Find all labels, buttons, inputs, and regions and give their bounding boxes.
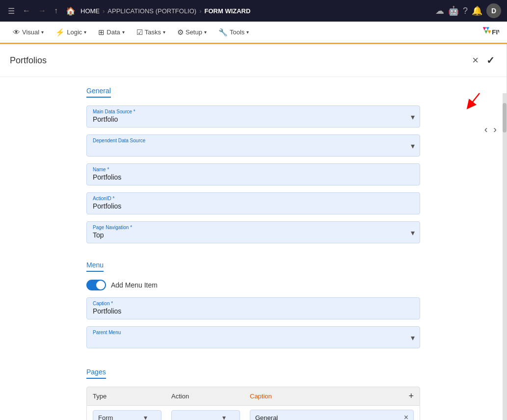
tools-menu[interactable]: 🔧 Tools ▾ [213, 25, 254, 40]
user-avatar[interactable]: D [486, 3, 501, 18]
hamburger-icon[interactable]: ☰ [6, 4, 17, 18]
tools-label: Tools [230, 28, 244, 36]
page-navigation-group: Page Navigation * Top ▾ [86, 221, 420, 243]
data-icon: ⊞ [98, 28, 105, 37]
toggle-slider [86, 280, 106, 290]
svg-marker-3 [488, 30, 491, 34]
main-data-source-arrow: ▾ [411, 112, 415, 121]
caption-input[interactable] [93, 307, 414, 315]
tasks-chevron: ▾ [163, 29, 165, 35]
panel-actions: × ✓ [470, 52, 497, 69]
topnav-right: ☁ 🤖 ? 🔔 D [435, 3, 501, 18]
cell-type: Form ▾ [93, 410, 171, 420]
nav-arrows: ‹ › [482, 122, 499, 137]
visual-label: Visual [22, 28, 39, 36]
breadcrumb: 🏠 HOME › APPLICATIONS (PORTFOLIO) › FORM… [64, 4, 431, 18]
tasks-menu[interactable]: ☑ Tasks ▾ [132, 25, 170, 40]
scrollbar-track [503, 93, 507, 420]
name-label: Name * [93, 167, 414, 172]
dependent-data-source-group: Dependent Data Source ▾ [86, 134, 420, 157]
name-field[interactable]: Name * [86, 163, 420, 185]
action-id-group: ActionID * [86, 192, 420, 214]
menu-section: Menu Add Menu Item Caption * [86, 251, 420, 348]
add-row-button[interactable]: + [408, 391, 414, 401]
page-navigation-field[interactable]: Page Navigation * Top ▾ [86, 221, 420, 243]
cloud-icon[interactable]: ☁ [435, 5, 444, 16]
add-menu-item-toggle[interactable] [86, 280, 106, 290]
prev-button[interactable]: ‹ [482, 122, 490, 137]
page-navigation-arrow: ▾ [411, 228, 415, 237]
pages-table-cols: Type Action Caption [93, 393, 408, 400]
next-button[interactable]: › [491, 122, 499, 137]
home-icon[interactable]: 🏠 [64, 4, 78, 18]
dependent-data-source-field[interactable]: Dependent Data Source ▾ [86, 134, 420, 157]
type-select[interactable]: Form ▾ [93, 410, 161, 420]
svg-marker-0 [483, 27, 486, 30]
scroll-content[interactable]: General Main Data Source * Portfolio ▾ D… [0, 77, 507, 420]
help-icon[interactable]: ? [463, 6, 468, 16]
visual-chevron: ▾ [41, 29, 44, 35]
action-id-input[interactable] [93, 202, 414, 210]
form-panel: Portfolios × ✓ ‹ › [0, 44, 507, 420]
tasks-icon: ☑ [136, 28, 143, 37]
setup-label: Setup [186, 28, 202, 36]
type-select-value: Form [98, 414, 113, 420]
add-menu-item-label: Add Menu Item [111, 281, 158, 289]
caption-field[interactable]: Caption * [86, 297, 420, 319]
parent-menu-field[interactable]: Parent Menu ▾ [86, 326, 420, 348]
pages-table-header: Type Action Caption + [86, 387, 420, 406]
caption-row-input[interactable] [255, 414, 404, 420]
svg-marker-2 [484, 30, 488, 34]
breadcrumb-home[interactable]: HOME [80, 7, 100, 15]
caption-label: Caption * [93, 301, 414, 306]
caption-input-wrap: × [250, 410, 414, 420]
action-id-field[interactable]: ActionID * [86, 192, 420, 214]
setup-icon: ⚙ [177, 28, 184, 37]
tools-icon: 🔧 [218, 28, 228, 37]
tasks-label: Tasks [145, 28, 161, 36]
back-icon[interactable]: ← [21, 4, 32, 17]
main-data-source-label: Main Data Source * [93, 109, 404, 114]
close-button[interactable]: × [470, 52, 480, 69]
name-input[interactable] [93, 173, 414, 181]
breadcrumb-app[interactable]: APPLICATIONS (PORTFOLIO) [107, 7, 196, 15]
forward-icon[interactable]: → [36, 4, 48, 17]
logic-icon: ⚡ [55, 28, 65, 37]
logic-menu[interactable]: ⚡ Logic ▾ [51, 25, 91, 40]
scrollbar-thumb[interactable] [503, 103, 507, 132]
data-chevron: ▾ [122, 29, 125, 35]
action-id-label: ActionID * [93, 196, 414, 201]
svg-text:FIVE: FIVE [492, 28, 499, 36]
data-label: Data [107, 28, 120, 36]
setup-menu[interactable]: ⚙ Setup ▾ [172, 25, 212, 40]
page-navigation-label: Page Navigation * [93, 225, 404, 230]
action-select-value [177, 414, 179, 420]
svg-marker-1 [486, 27, 489, 30]
action-select-arrow: ▾ [222, 414, 226, 420]
parent-menu-value [93, 336, 95, 344]
logic-chevron: ▾ [84, 29, 86, 35]
parent-menu-group: Parent Menu ▾ [86, 326, 420, 348]
table-row: Form ▾ ▾ [86, 406, 420, 420]
panel-title: Portfolios [10, 55, 47, 66]
main-data-source-value: Portfolio [93, 115, 118, 123]
type-select-arrow: ▾ [144, 414, 147, 420]
save-button[interactable]: ✓ [484, 52, 497, 68]
bell-icon[interactable]: 🔔 [472, 5, 482, 16]
five-logo: FIVE [480, 26, 499, 38]
action-select[interactable]: ▾ [171, 410, 240, 420]
robot-icon[interactable]: 🤖 [448, 5, 459, 16]
general-section-label: General [86, 77, 111, 98]
col-caption-header: Caption [250, 393, 408, 400]
caption-clear-icon[interactable]: × [404, 413, 408, 420]
main-data-source-group: Main Data Source * Portfolio ▾ [86, 105, 420, 128]
setup-chevron: ▾ [204, 29, 207, 35]
up-icon[interactable]: ↑ [52, 4, 60, 17]
col-action-header: Action [171, 393, 250, 400]
visual-menu[interactable]: 👁 Visual ▾ [8, 25, 49, 39]
main-area: Portfolios × ✓ ‹ › [0, 44, 507, 420]
data-menu[interactable]: ⊞ Data ▾ [93, 25, 129, 40]
pages-section-label: Pages [86, 358, 106, 379]
logic-label: Logic [67, 28, 82, 36]
main-data-source-field[interactable]: Main Data Source * Portfolio ▾ [86, 105, 420, 128]
